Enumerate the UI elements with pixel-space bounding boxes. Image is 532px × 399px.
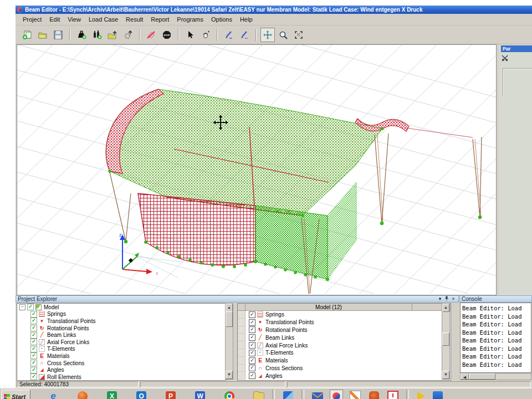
- tree-item[interactable]: Materials: [17, 352, 226, 360]
- item-checkbox[interactable]: [249, 326, 255, 333]
- grab-pan-button[interactable]: [198, 28, 213, 42]
- tree-item-model[interactable]: − Model: [17, 304, 226, 311]
- tree-item[interactable]: Cross Sections: [17, 360, 226, 367]
- stop-button[interactable]: STOP: [160, 28, 174, 42]
- menu-item[interactable]: Options: [207, 15, 236, 24]
- internet-explorer-icon[interactable]: e: [47, 390, 60, 399]
- media-player-icon[interactable]: [76, 390, 89, 399]
- row-selector[interactable]: [238, 349, 245, 357]
- list-item[interactable]: Axial Force Links: [238, 341, 451, 349]
- close-icon[interactable]: ×: [450, 296, 457, 302]
- tree-scrollbar[interactable]: ▲ ▼: [225, 303, 233, 380]
- row-selector[interactable]: [238, 326, 245, 334]
- photos-app-icon[interactable]: [282, 390, 295, 399]
- chrome-icon[interactable]: [223, 390, 236, 399]
- row-selector[interactable]: [238, 357, 245, 365]
- item-checkbox[interactable]: [30, 374, 37, 380]
- orbit-view-button[interactable]: [260, 28, 275, 42]
- mail-app-icon[interactable]: [311, 390, 324, 399]
- import-settings-button[interactable]: [121, 28, 135, 42]
- clock-app-icon[interactable]: [386, 390, 400, 399]
- item-checkbox[interactable]: [249, 365, 255, 371]
- menu-item[interactable]: Programs: [173, 15, 207, 24]
- notes-app-icon[interactable]: [349, 390, 362, 399]
- new-project-button[interactable]: [20, 28, 34, 42]
- list-item[interactable]: Cross Sections: [238, 365, 451, 372]
- tree-item[interactable]: Roll Elements: [17, 374, 226, 381]
- tree-item[interactable]: Springs: [17, 311, 226, 318]
- tree-item[interactable]: Rotational Points: [17, 325, 226, 332]
- menu-item[interactable]: Help: [236, 15, 257, 24]
- select-button[interactable]: [183, 28, 197, 42]
- item-checkbox[interactable]: [249, 357, 255, 364]
- list-item[interactable]: T-Elements: [238, 349, 451, 357]
- scroll-up-icon[interactable]: ▲: [226, 304, 233, 312]
- item-checkbox[interactable]: [30, 346, 37, 352]
- zoom-extents-button[interactable]: [291, 28, 306, 42]
- list-item[interactable]: Rotational Points: [238, 326, 451, 334]
- list-item[interactable]: Beam Links: [238, 334, 451, 341]
- row-selector[interactable]: [238, 341, 245, 349]
- tools-icon[interactable]: [502, 54, 508, 64]
- beam-editor-taskbar-icon[interactable]: [330, 390, 343, 399]
- item-checkbox[interactable]: [249, 334, 255, 341]
- item-checkbox[interactable]: [30, 325, 37, 331]
- add-loads-button[interactable]: [90, 28, 104, 42]
- list-item[interactable]: Angles: [238, 372, 451, 380]
- tree-item[interactable]: Beam Links: [17, 331, 226, 339]
- menu-item[interactable]: Project: [19, 15, 45, 24]
- zoom-button[interactable]: [276, 28, 290, 42]
- row-selector[interactable]: [238, 372, 245, 380]
- row-selector[interactable]: [238, 365, 245, 372]
- scroll-left-icon[interactable]: ◀: [461, 374, 469, 380]
- pin-icon[interactable]: [443, 296, 450, 303]
- powerpoint-icon[interactable]: P: [164, 390, 177, 399]
- menu-item[interactable]: Result: [122, 15, 147, 24]
- console-hscrollbar[interactable]: ◀: [460, 373, 531, 380]
- item-checkbox[interactable]: [249, 372, 255, 379]
- excel-icon[interactable]: X: [105, 390, 119, 399]
- outlook-icon[interactable]: O: [135, 390, 148, 399]
- draw-link-button[interactable]: [237, 28, 252, 42]
- orange-app-icon[interactable]: [367, 390, 381, 399]
- panel-menu-button[interactable]: ▾: [437, 296, 443, 302]
- tree-item[interactable]: Angles: [17, 366, 226, 374]
- scroll-down-icon[interactable]: ▼: [226, 371, 233, 379]
- menu-item[interactable]: Load Case: [85, 15, 122, 24]
- item-checkbox[interactable]: [249, 311, 255, 318]
- word-icon[interactable]: W: [193, 390, 207, 399]
- list-item[interactable]: Materials: [238, 357, 451, 365]
- blue-app-icon[interactable]: [431, 390, 444, 399]
- list-item[interactable]: Translational Points: [238, 319, 451, 326]
- model-viewport[interactable]: z x: [17, 44, 497, 295]
- draw-beam-button[interactable]: [222, 28, 236, 42]
- collapse-icon[interactable]: −: [19, 304, 25, 310]
- scroll-up-icon[interactable]: ▲: [442, 304, 449, 312]
- item-checkbox[interactable]: [30, 311, 37, 318]
- item-checkbox[interactable]: [249, 319, 255, 326]
- titlebar[interactable]: Beam Editor - E:\Synch\Archiv\Arbeit\Bau…: [16, 6, 532, 14]
- item-checkbox[interactable]: [249, 342, 255, 349]
- save-button[interactable]: [51, 28, 65, 42]
- import-folder-button[interactable]: [105, 28, 120, 42]
- item-checkbox[interactable]: [30, 318, 37, 324]
- model-checkbox[interactable]: [27, 304, 34, 310]
- item-checkbox[interactable]: [30, 332, 37, 339]
- file-explorer-icon[interactable]: [252, 390, 265, 399]
- menu-item[interactable]: Report: [147, 15, 173, 24]
- list-item[interactable]: Springs: [238, 311, 451, 319]
- scroll-down-icon[interactable]: ▼: [442, 371, 449, 379]
- row-selector[interactable]: [238, 311, 245, 319]
- tree-item[interactable]: T-Elements: [17, 346, 226, 353]
- menu-item[interactable]: Edit: [45, 15, 64, 24]
- yellow-arrow-app-icon[interactable]: [415, 390, 428, 399]
- open-project-button[interactable]: [35, 28, 50, 42]
- row-selector[interactable]: [238, 334, 245, 341]
- console-output[interactable]: Beam Editor: LoadBeam Editor: LoadBeam E…: [460, 303, 531, 373]
- menu-item[interactable]: View: [64, 15, 85, 24]
- tree-item[interactable]: Axial Force Links: [17, 339, 226, 346]
- add-load-case-button[interactable]: [74, 28, 89, 42]
- delete-results-button[interactable]: [144, 28, 158, 42]
- item-checkbox[interactable]: [30, 367, 37, 374]
- model-list-title[interactable]: Model (12): [245, 304, 412, 311]
